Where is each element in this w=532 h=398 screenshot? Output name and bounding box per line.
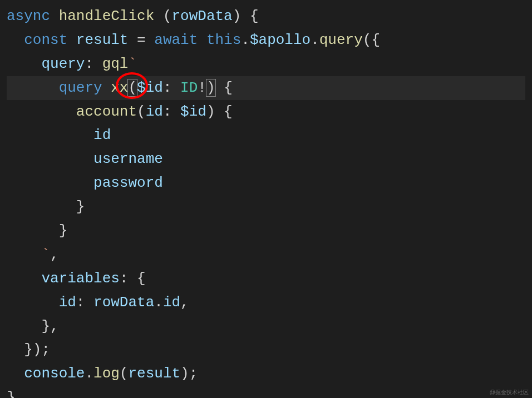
code-line[interactable]: }, [7, 315, 525, 339]
code-token: } [59, 222, 68, 239]
code-token: : [76, 294, 93, 311]
code-token: const [24, 32, 67, 48]
code-token [102, 79, 111, 96]
code-token: . [241, 32, 250, 48]
code-token: ); [180, 365, 198, 382]
code-token: }, [41, 318, 58, 335]
indent [7, 151, 93, 167]
code-token: rowData [93, 294, 154, 311]
indent [7, 198, 76, 215]
code-token: ({ [363, 32, 380, 48]
indent [7, 103, 76, 120]
code-editor[interactable]: async handleClick (rowData) { const resu… [7, 4, 525, 398]
code-token: . [154, 294, 163, 311]
indent [7, 175, 93, 191]
indent [7, 79, 59, 96]
code-token: ( [120, 365, 129, 382]
code-token: query [319, 32, 363, 48]
code-token: result [76, 32, 129, 48]
indent [7, 365, 24, 382]
indent [7, 246, 41, 263]
code-token [67, 32, 76, 48]
code-token: async [7, 8, 50, 24]
code-token [198, 32, 206, 48]
code-token: ( [127, 79, 137, 97]
code-line[interactable]: const result = await this.$apollo.query(… [7, 28, 525, 52]
code-token: xx [111, 79, 128, 96]
indent [7, 222, 59, 239]
code-token: id [93, 127, 111, 143]
code-line[interactable]: } [7, 195, 525, 219]
code-token: id [146, 103, 163, 120]
code-token: ) [206, 79, 216, 97]
code-token: ! [198, 79, 206, 96]
code-token: query [41, 56, 85, 72]
code-token: : [163, 103, 180, 120]
code-token: handleClick [59, 8, 155, 24]
code-token: ` [128, 56, 137, 72]
code-token: variables [41, 270, 119, 287]
code-token: . [85, 365, 93, 382]
code-token: ID [180, 79, 198, 96]
code-token: . [311, 32, 319, 48]
code-token: account [76, 103, 137, 120]
code-token: rowData [171, 8, 232, 24]
watermark-text: @掘金技术社区 [490, 388, 529, 397]
code-token: log [93, 365, 120, 382]
code-token: this [206, 32, 241, 48]
code-token: : [85, 56, 102, 72]
code-token: , [50, 246, 59, 263]
code-line[interactable]: id [7, 123, 525, 147]
code-token: await [154, 32, 198, 48]
code-token: console [24, 365, 85, 382]
code-token: : [163, 79, 180, 96]
code-token: }); [24, 341, 50, 358]
code-line[interactable]: query xx($id: ID!) { [7, 76, 525, 100]
code-line[interactable]: query: gql` [7, 52, 525, 76]
code-line[interactable]: }); [7, 338, 525, 362]
code-token: = [128, 32, 154, 48]
code-line[interactable]: console.log(result); [7, 362, 525, 386]
code-token: $id [180, 103, 206, 120]
code-token: ` [41, 246, 50, 263]
code-token: ( [137, 103, 146, 120]
code-token: $apollo [250, 32, 311, 48]
indent [7, 270, 41, 287]
code-token: gql [102, 56, 129, 72]
code-token: ) { [206, 103, 233, 120]
code-line[interactable]: } [7, 219, 525, 243]
indent [7, 341, 24, 358]
code-line[interactable]: account(id: $id) { [7, 100, 525, 124]
code-line[interactable]: username [7, 147, 525, 171]
indent [7, 56, 41, 72]
code-token [50, 8, 59, 24]
code-line[interactable]: `, [7, 243, 525, 267]
code-line[interactable]: id: rowData.id, [7, 291, 525, 315]
code-line[interactable]: password [7, 171, 525, 195]
code-token: { [215, 79, 233, 96]
code-line[interactable]: }, [7, 386, 525, 398]
indent [7, 32, 24, 48]
code-token: , [180, 294, 189, 311]
indent [7, 318, 41, 335]
code-token: username [93, 151, 163, 167]
code-token: $id [137, 79, 163, 96]
code-token: } [76, 198, 85, 215]
code-token: query [59, 79, 102, 96]
code-token: id [163, 294, 180, 311]
indent [7, 127, 93, 143]
code-token: id [59, 294, 76, 311]
code-line[interactable]: async handleClick (rowData) { [7, 4, 525, 28]
code-token: : { [120, 270, 146, 287]
code-token: result [128, 365, 180, 382]
code-token: ) { [233, 8, 259, 24]
code-token: password [93, 175, 163, 191]
code-token: }, [7, 389, 24, 398]
code-token: ( [154, 8, 171, 24]
code-line[interactable]: variables: { [7, 267, 525, 291]
indent [7, 294, 59, 311]
